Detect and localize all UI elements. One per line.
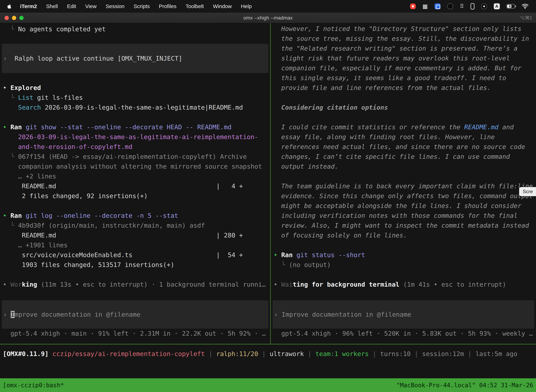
text-segment: | 280 +	[216, 232, 243, 239]
terminal-line: └ 4b9d30f (origin/main, instructkr/main,…	[0, 221, 270, 230]
text-segment: └	[3, 222, 18, 229]
text-segment: turns:10	[380, 350, 411, 357]
battery-icon[interactable]: 61	[507, 0, 515, 13]
text-segment: Ran	[281, 251, 293, 258]
text-segment: might be acceptable alongside the file l…	[274, 202, 522, 209]
dark-app-icon-2[interactable]	[481, 0, 487, 13]
text-segment: [OMX#0.11.9]	[3, 350, 53, 357]
terminal-line: the "Related research writing" section i…	[271, 44, 536, 53]
terminal-line: └ No agents completed yet	[0, 24, 270, 34]
text-segment: •	[274, 281, 281, 288]
menu-item-view[interactable]: View	[81, 0, 101, 13]
window-grid-icon[interactable]: ▦	[422, 0, 428, 13]
text-segment: Ran	[10, 123, 22, 131]
terminal-line: src/voice/voiceModeEnabled.ts| 54 +	[0, 250, 270, 260]
text-segment: cczip/essay/ai-reimplementation-copyleft	[53, 350, 205, 357]
text-segment: └	[274, 261, 289, 268]
text-segment: List	[18, 94, 34, 101]
text-segment: └	[3, 25, 18, 33]
iphone-mirroring-icon[interactable]	[471, 0, 474, 13]
close-button[interactable]	[5, 16, 9, 20]
dots-grid-icon[interactable]: ⠿	[460, 0, 464, 13]
dark-app-icon[interactable]	[447, 0, 453, 13]
terminal-line: the source tree, missing the essay. Stil…	[271, 34, 536, 44]
menu-item-shell[interactable]: Shell	[42, 0, 62, 13]
text-segment: Search	[18, 104, 41, 111]
screen-recording-indicator[interactable]	[410, 0, 416, 13]
text-segment: essay file, along with finding root file…	[274, 133, 495, 140]
right-terminal-pane[interactable]: However, I noticed the "Directory Struct…	[271, 23, 536, 344]
blue-app-icon[interactable]	[435, 0, 440, 13]
text-segment: However, I noticed the "Directory Struct…	[274, 25, 522, 32]
terminal-area: └ No agents completed yet› Ralph loop ac…	[0, 23, 536, 392]
terminal-line: › Improve documentation in @filename	[273, 310, 411, 319]
tmux-status-bar: [omx-cczip0:bash* "MacBook-Pro-44.local"…	[0, 378, 536, 392]
left-terminal-pane[interactable]: └ No agents completed yet› Ralph loop ac…	[0, 23, 270, 344]
terminal-line: provide file and line references from th…	[271, 83, 536, 93]
terminal-line: └ List git ls-files	[0, 93, 270, 103]
terminal-line: README.md| 280 +	[0, 230, 270, 240]
command-input-right[interactable]: › Improve documentation in @filename	[273, 300, 534, 329]
text-segment: ralph:11/20	[216, 350, 258, 357]
terminal-line	[271, 112, 536, 122]
text-segment: the "Related research writing" section i…	[274, 45, 517, 52]
terminal-line: … +1901 lines	[0, 240, 270, 250]
terminal-line: I could cite commit statistics or refere…	[271, 122, 536, 132]
text-segment: | 54 +	[216, 251, 243, 258]
command-input[interactable]: › Improve documentation in @filename	[2, 300, 268, 329]
text-segment: |	[205, 350, 216, 357]
wifi-icon[interactable]	[522, 0, 529, 13]
text-segment: (1m 41s • esc to interrupt)	[399, 281, 506, 288]
terminal-line: companion analysis without altering the …	[0, 162, 270, 171]
tmux-panes: └ No agents completed yet› Ralph loop ac…	[0, 23, 536, 344]
terminal-line: However, I noticed the "Directory Struct…	[271, 24, 536, 34]
text-segment: 2026-03-09-is-legal-the-same-as-legitima…	[3, 133, 258, 140]
text-segment: •	[3, 123, 10, 131]
text-segment: └	[3, 94, 18, 101]
text-segment: ›	[3, 55, 14, 62]
window-title: omx --xhigh --madmax	[243, 15, 293, 21]
text-segment: |	[411, 350, 422, 357]
text-segment: |	[369, 350, 380, 357]
menu-item-toolbelt[interactable]: Toolbelt	[181, 0, 208, 13]
text-segment: Ran	[10, 212, 22, 219]
apple-menu-icon[interactable]	[7, 4, 12, 9]
menu-item-scripts[interactable]: Scripts	[129, 0, 154, 13]
terminal-line: gpt-5.4 xhigh · 96% left · 520K in · 5.8…	[271, 329, 536, 338]
terminal-line	[271, 240, 536, 250]
menu-item-session[interactable]: Session	[101, 0, 129, 13]
text-segment: including verification notes with those …	[274, 212, 517, 219]
terminal-line: review. Also, I might want to inspect th…	[271, 221, 536, 230]
text-segment: evidence. Since this change only affects…	[274, 192, 533, 200]
menu-item-profiles[interactable]: Profiles	[154, 0, 181, 13]
text-segment: ultrawork	[270, 350, 304, 357]
text-segment: git status --short	[293, 251, 365, 258]
minimize-button[interactable]	[12, 16, 16, 20]
text-segment: README.md	[464, 123, 498, 131]
text-segment: (11m 13s • esc to interrupt) · 1 backgro…	[37, 281, 266, 288]
zoom-button[interactable]	[19, 16, 24, 20]
ralph-loop-banner: › Ralph loop active continue [OMX_TMUX_I…	[2, 44, 268, 73]
menu-item-edit[interactable]: Edit	[62, 0, 81, 13]
text-segment: •	[3, 84, 10, 91]
menu-item-window[interactable]: Window	[208, 0, 236, 13]
omx-status-line: [OMX#0.11.9] cczip/essay/ai-reimplementa…	[0, 349, 536, 359]
text-segment: the source tree, missing the essay. Stil…	[274, 35, 529, 42]
menu-item-help[interactable]: Help	[236, 0, 256, 13]
text-segment: references need actual files, and since …	[274, 143, 525, 150]
terminal-line: [OMX#0.11.9] cczip/essay/ai-reimplementa…	[0, 349, 536, 359]
text-segment: Explored	[10, 84, 41, 91]
menu-item-iterm2[interactable]: iTerm2	[15, 0, 42, 13]
screen-edge-tooltip[interactable]: Scre	[519, 187, 536, 196]
menu-bar: iTerm2ShellEditViewSessionScriptsProfile…	[0, 0, 536, 13]
text-segment: team:1 workers	[315, 350, 368, 357]
text-segment: session:12m	[422, 350, 464, 357]
text-segment: git log --oneline --decorate -n 5 --stat	[22, 212, 178, 219]
terminal-line: including verification notes with those …	[271, 211, 536, 221]
text-segment: ›	[3, 311, 11, 318]
terminal-line	[271, 270, 536, 280]
text-segment: |	[258, 350, 270, 357]
terminal-line	[271, 171, 536, 181]
keyboard-input-icon[interactable]: A	[494, 0, 500, 13]
text-segment: review. Also, I might want to inspect th…	[274, 222, 529, 229]
